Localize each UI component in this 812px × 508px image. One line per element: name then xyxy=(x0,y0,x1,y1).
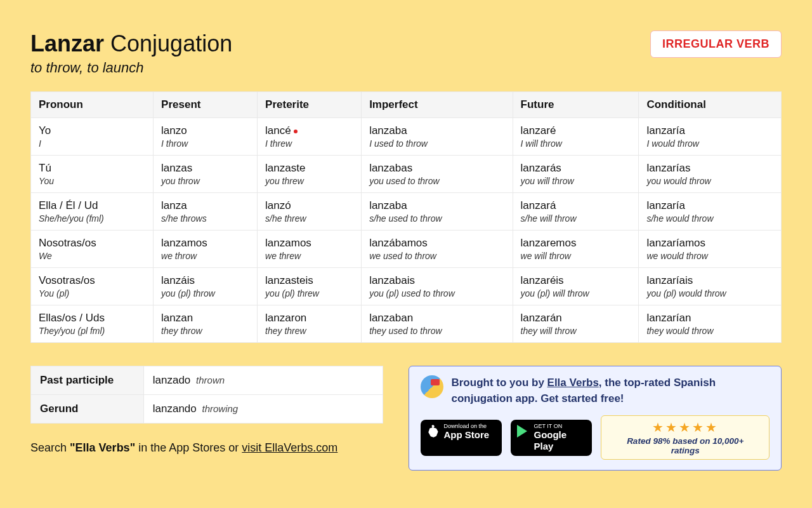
conjugation-cell: Ella / Él / UdShe/he/you (fml) xyxy=(31,193,154,231)
conjugation-cell: Ellas/os / UdsThey/you (pl fml) xyxy=(31,305,154,343)
cell-main: Tú xyxy=(39,162,145,175)
cell-sub: I xyxy=(39,138,145,149)
column-header: Present xyxy=(154,92,258,118)
past-participle-value: lanzado xyxy=(153,374,191,386)
conjugation-cell: lanzabanthey used to throw xyxy=(362,305,513,343)
cell-sub: you threw xyxy=(265,176,353,186)
conjugation-cell: Vosotras/osYou (pl) xyxy=(31,268,154,305)
conjugation-cell: lanzasteisyou (pl) threw xyxy=(258,268,362,305)
cell-main: lanzaré xyxy=(521,124,631,137)
cell-sub: I threw xyxy=(265,138,353,149)
conjugation-cell: lanzábamoswe used to throw xyxy=(362,231,513,268)
conjugation-cell: lanzaríaisyou (pl) would throw xyxy=(639,268,782,305)
cell-sub: She/he/you (fml) xyxy=(39,213,145,224)
table-row: YoIlanzoI throwlancéI threwlanzabaI used… xyxy=(31,118,782,156)
forms-table: Past participle lanzado thrown Gerund la… xyxy=(30,366,383,424)
cell-main: lanzarían xyxy=(646,312,773,324)
cell-main: lanzas xyxy=(161,162,249,175)
ella-verbs-logo-icon xyxy=(421,375,443,398)
table-row: Ella / Él / UdShe/he/you (fml)lanzas/he … xyxy=(31,193,782,231)
column-header: Imperfect xyxy=(362,92,513,118)
conjugation-cell: lanzas/he throws xyxy=(154,193,258,231)
gerund-value: lanzando xyxy=(153,403,197,415)
cell-sub: s/he would throw xyxy=(646,213,773,224)
cell-sub: you throw xyxy=(161,176,249,186)
conjugation-cell: lanzasteyou threw xyxy=(258,156,362,193)
cell-main: Yo xyxy=(39,124,145,137)
cell-main: lanzamos xyxy=(161,237,249,250)
cell-main: lanzaste xyxy=(265,162,353,175)
conjugation-cell: lanzarías/he would throw xyxy=(639,193,782,231)
past-participle-translation: thrown xyxy=(196,375,225,385)
cell-main: lanzaría xyxy=(646,199,773,212)
conjugation-cell: lanzaránthey will throw xyxy=(513,305,639,343)
conjugation-cell: lanzabas/he used to throw xyxy=(362,193,513,231)
cell-sub: you (pl) throw xyxy=(161,288,249,298)
cell-main: Nosotras/os xyxy=(39,237,145,250)
cell-sub: they will throw xyxy=(521,326,631,336)
conjugation-cell: lanzabasyou used to throw xyxy=(362,156,513,193)
cell-sub: we will throw xyxy=(521,251,631,261)
conjugation-cell: YoI xyxy=(31,118,154,156)
title-verb: Lanzar xyxy=(30,30,104,57)
ella-verbs-link[interactable]: Ella Verbs xyxy=(547,377,599,389)
past-participle-label: Past participle xyxy=(31,366,144,395)
conjugation-cell: lanzaremoswe will throw xyxy=(513,231,639,268)
cell-sub: I would throw xyxy=(646,138,773,149)
column-header: Future xyxy=(513,92,639,118)
page-title: Lanzar Conjugation xyxy=(30,30,232,57)
cell-main: lanzarán xyxy=(521,312,631,324)
cell-main: lancé xyxy=(265,124,353,137)
cell-main: lanzaba xyxy=(369,199,504,212)
cell-main: lanzará xyxy=(521,199,631,212)
cell-sub: we threw xyxy=(265,251,353,261)
cell-sub: we would throw xyxy=(646,251,773,261)
conjugation-cell: lanzarásyou will throw xyxy=(513,156,639,193)
table-row: Past participle lanzado thrown xyxy=(31,366,383,395)
irregular-verb-badge: IRREGULAR VERB xyxy=(650,30,782,58)
cell-main: lanzan xyxy=(161,312,249,324)
cell-main: lanzarías xyxy=(646,162,773,175)
column-header: Pronoun xyxy=(31,92,154,118)
google-play-badge[interactable]: GET IT ON Google Play xyxy=(511,420,592,456)
cell-sub: they throw xyxy=(161,326,249,336)
table-row: Gerund lanzando throwing xyxy=(31,395,383,424)
search-instruction: Search "Ella Verbs" in the App Stores or… xyxy=(30,441,383,455)
table-row: TúYoulanzasyou throwlanzasteyou threwlan… xyxy=(31,156,782,193)
cell-main: lanzaremos xyxy=(521,237,631,250)
cell-main: lanzábamos xyxy=(369,237,504,250)
cell-main: lanza xyxy=(161,199,249,212)
table-row: Vosotras/osYou (pl)lanzáisyou (pl) throw… xyxy=(31,268,782,305)
conjugation-cell: lanzabaI used to throw xyxy=(362,118,513,156)
cell-main: lanzaríamos xyxy=(646,237,773,250)
conjugation-cell: lanzaríanthey would throw xyxy=(639,305,782,343)
promo-box: Brought to you by Ella Verbs, the top-ra… xyxy=(409,366,782,471)
cell-sub: they used to throw xyxy=(369,326,504,336)
conjugation-cell: lanzáisyou (pl) throw xyxy=(154,268,258,305)
cell-main: lanzaríais xyxy=(646,274,773,287)
cell-sub: they would throw xyxy=(646,326,773,336)
visit-ellaverbs-link[interactable]: visit EllaVerbs.com xyxy=(242,441,337,454)
conjugation-cell: lanzoI throw xyxy=(154,118,258,156)
rating-box: ★★★★★ Rated 98% based on 10,000+ ratings xyxy=(601,415,769,460)
cell-sub: you (pl) threw xyxy=(265,288,353,298)
cell-main: lanzaron xyxy=(265,312,353,324)
conjugation-cell: lanzaríaI would throw xyxy=(639,118,782,156)
cell-sub: you (pl) will throw xyxy=(521,288,631,298)
app-store-badge[interactable]: Download on the App Store xyxy=(421,420,502,456)
conjugation-cell: lanzaréisyou (pl) will throw xyxy=(513,268,639,305)
conjugation-cell: lanzaríamoswe would throw xyxy=(639,231,782,268)
cell-sub: s/he will throw xyxy=(521,213,631,224)
cell-sub: you will throw xyxy=(521,176,631,186)
promo-text: Brought to you by Ella Verbs, the top-ra… xyxy=(451,375,769,406)
rating-text: Rated 98% based on 10,000+ ratings xyxy=(613,436,757,455)
cell-main: Ellas/os / Uds xyxy=(39,312,145,324)
conjugation-cell: lanzamoswe threw xyxy=(258,231,362,268)
conjugation-cell: Nosotras/osWe xyxy=(31,231,154,268)
cell-sub: You xyxy=(39,176,145,186)
cell-sub: I will throw xyxy=(521,138,631,149)
conjugation-table: PronounPresentPreteriteImperfectFutureCo… xyxy=(30,91,782,343)
cell-sub: s/he throws xyxy=(161,213,249,224)
cell-main: Ella / Él / Ud xyxy=(39,199,145,212)
conjugation-cell: lanzabaisyou (pl) used to throw xyxy=(362,268,513,305)
